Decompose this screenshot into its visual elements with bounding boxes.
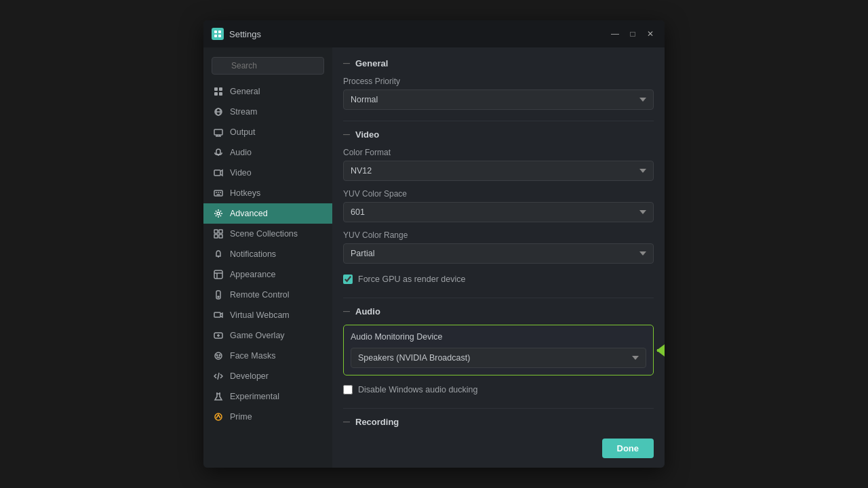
svg-point-25 <box>217 212 220 215</box>
recording-section-title: Recording <box>355 417 399 427</box>
sidebar-item-game-overlay[interactable]: Game Overlay <box>203 325 332 346</box>
prime-icon <box>213 411 224 422</box>
disable-ducking-checkbox[interactable] <box>343 385 353 394</box>
audio-monitoring-label: Audio Monitoring Device <box>351 332 646 342</box>
svg-rect-4 <box>214 87 218 91</box>
yuv-color-space-select[interactable]: 601 709 2020 <box>343 202 654 222</box>
sidebar-item-developer[interactable]: Developer <box>203 366 332 386</box>
footer: Done <box>332 432 665 468</box>
svg-point-41 <box>215 352 222 359</box>
video-section-title: Video <box>355 129 379 140</box>
search-input[interactable] <box>212 57 324 75</box>
process-priority-select[interactable]: Normal Above Normal High Realtime Below … <box>343 89 654 110</box>
svg-rect-26 <box>214 230 218 233</box>
experimental-icon <box>213 391 224 402</box>
sidebar-item-advanced-wrapper: Advanced <box>203 203 332 224</box>
yuv-color-range-group: YUV Color Range Partial Full <box>343 230 654 264</box>
sidebar-item-advanced-label: Advanced <box>230 209 268 218</box>
audio-collapse-icon[interactable]: — <box>343 308 350 315</box>
divider-2 <box>343 298 654 298</box>
sidebar-item-stream[interactable]: Stream <box>203 102 332 122</box>
sidebar-item-scene-collections[interactable]: Scene Collections <box>203 224 332 244</box>
yuv-color-space-label: YUV Color Space <box>343 189 654 199</box>
close-button[interactable]: ✕ <box>644 28 656 40</box>
general-section-title: General <box>355 58 388 68</box>
developer-icon <box>213 371 224 382</box>
sidebar-item-game-overlay-label: Game Overlay <box>230 331 285 340</box>
sidebar-item-hotkeys[interactable]: Hotkeys <box>203 183 332 203</box>
minimize-button[interactable]: — <box>609 28 621 40</box>
sidebar-item-remote-control-label: Remote Control <box>230 290 290 300</box>
sidebar-item-audio-label: Audio <box>230 148 252 157</box>
settings-window: Settings — □ ✕ 🔍 <box>203 20 665 468</box>
sidebar-item-appearance[interactable]: Appearance <box>203 264 332 285</box>
arrow-right-head <box>656 344 665 357</box>
process-priority-label: Process Priority <box>343 77 654 86</box>
remote-control-icon <box>213 289 224 300</box>
yuv-color-range-select[interactable]: Partial Full <box>343 243 654 264</box>
svg-rect-28 <box>214 235 218 238</box>
svg-point-42 <box>216 354 218 356</box>
general-collapse-icon[interactable]: — <box>343 60 350 67</box>
sidebar-item-notifications[interactable]: Notifications <box>203 244 332 264</box>
sidebar-item-appearance-label: Appearance <box>230 270 275 279</box>
general-section-header: — General <box>343 58 654 77</box>
svg-line-44 <box>218 373 219 380</box>
sidebar-item-audio[interactable]: Audio <box>203 142 332 163</box>
disable-ducking-label[interactable]: Disable Windows audio ducking <box>358 385 477 394</box>
sidebar-item-face-masks[interactable]: Face Masks <box>203 346 332 366</box>
force-gpu-label[interactable]: Force GPU as render device <box>358 274 465 284</box>
sidebar-item-hotkeys-label: Hotkeys <box>230 188 260 198</box>
sidebar-item-output-label: Output <box>230 127 256 137</box>
done-button[interactable]: Done <box>602 439 654 458</box>
window-body: 🔍 General <box>203 47 665 468</box>
hotkeys-icon <box>213 188 224 199</box>
sidebar-item-video[interactable]: Video <box>203 163 332 183</box>
window-title: Settings <box>229 29 261 39</box>
sidebar-item-remote-control[interactable]: Remote Control <box>203 285 332 305</box>
sidebar-item-advanced[interactable]: Advanced <box>203 203 332 224</box>
svg-point-43 <box>219 354 220 356</box>
color-format-select[interactable]: NV12 I420 I444 RGB <box>343 161 654 181</box>
sidebar-item-general[interactable]: General <box>203 81 332 102</box>
stream-icon <box>213 106 224 117</box>
sidebar-item-experimental[interactable]: Experimental <box>203 386 332 407</box>
audio-monitoring-select[interactable]: Speakers (NVIDIA Broadcast) Default Head… <box>351 348 646 368</box>
recording-section-header: — Recording <box>343 417 654 432</box>
force-gpu-row: Force GPU as render device <box>343 272 654 287</box>
yuv-color-space-group: YUV Color Space 601 709 2020 <box>343 189 654 222</box>
face-masks-icon <box>213 350 224 361</box>
svg-rect-1 <box>218 30 221 33</box>
sidebar-item-developer-label: Developer <box>230 371 269 381</box>
yuv-color-range-label: YUV Color Range <box>343 230 654 240</box>
audio-section: — Audio Audio Monitoring Device Speakers… <box>343 306 654 397</box>
force-gpu-checkbox[interactable] <box>343 274 353 284</box>
svg-rect-7 <box>219 92 222 96</box>
virtual-webcam-icon <box>213 310 224 321</box>
svg-rect-2 <box>214 35 217 37</box>
process-priority-group: Process Priority Normal Above Normal Hig… <box>343 77 654 110</box>
video-section: — Video Color Format NV12 I420 I444 RGB <box>343 129 654 287</box>
audio-section-header: — Audio <box>343 306 654 325</box>
recording-collapse-icon[interactable]: — <box>343 418 350 426</box>
appearance-icon <box>213 269 224 280</box>
video-collapse-icon[interactable]: — <box>343 131 350 138</box>
sidebar-item-face-masks-label: Face Masks <box>230 351 275 361</box>
color-format-group: Color Format NV12 I420 I444 RGB <box>343 148 654 181</box>
game-overlay-icon <box>213 330 224 341</box>
recording-section: — Recording <box>343 417 654 432</box>
color-format-label: Color Format <box>343 148 654 157</box>
sidebar-item-output[interactable]: Output <box>203 122 332 142</box>
sidebar: 🔍 General <box>203 47 332 468</box>
sidebar-item-prime[interactable]: Prime <box>203 407 332 427</box>
titlebar: Settings — □ ✕ <box>203 20 665 47</box>
output-icon <box>213 127 224 138</box>
sidebar-item-virtual-webcam[interactable]: Virtual Webcam <box>203 305 332 325</box>
svg-rect-3 <box>218 35 221 37</box>
sidebar-item-video-label: Video <box>230 168 252 178</box>
video-section-header: — Video <box>343 129 654 148</box>
maximize-button[interactable]: □ <box>627 28 639 40</box>
video-icon <box>213 167 224 178</box>
sidebar-item-virtual-webcam-label: Virtual Webcam <box>230 310 290 320</box>
titlebar-left: Settings <box>212 28 261 40</box>
